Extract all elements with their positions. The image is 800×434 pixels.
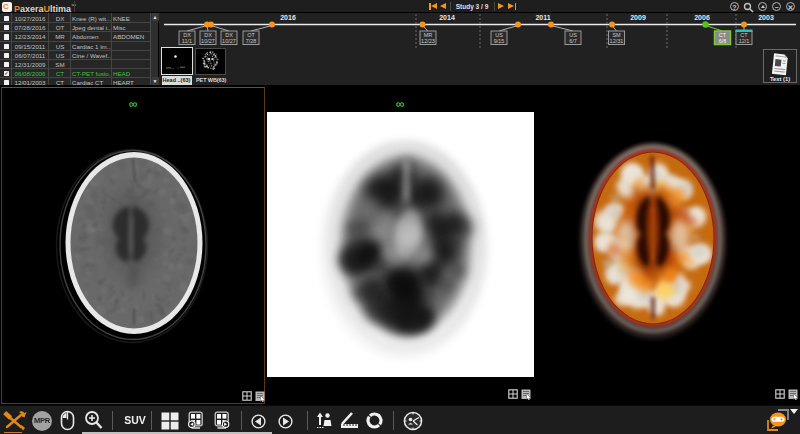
svg-text:9/15: 9/15 xyxy=(494,38,505,44)
svg-text:2006: 2006 xyxy=(694,14,710,21)
svg-text:12/31: 12/31 xyxy=(610,38,624,44)
svg-text:12/1: 12/1 xyxy=(739,38,750,44)
svg-text:2003: 2003 xyxy=(758,14,774,21)
svg-text:2011: 2011 xyxy=(535,14,550,21)
svg-text:11/1: 11/1 xyxy=(182,38,192,44)
svg-text:US: US xyxy=(495,32,503,38)
svg-text:6/7: 6/7 xyxy=(569,38,577,44)
svg-text:6/8: 6/8 xyxy=(719,38,727,44)
svg-text:CT: CT xyxy=(740,32,748,38)
svg-text:7/28: 7/28 xyxy=(246,38,257,44)
svg-text:MR: MR xyxy=(424,32,433,38)
svg-text:10/27: 10/27 xyxy=(222,38,236,44)
svg-text:2014: 2014 xyxy=(439,14,455,21)
svg-text:DX: DX xyxy=(183,32,191,38)
svg-text:2009: 2009 xyxy=(630,14,646,21)
svg-text:US: US xyxy=(569,32,577,38)
svg-text:2016: 2016 xyxy=(280,14,296,21)
svg-text:DX: DX xyxy=(204,32,212,38)
svg-text:OT: OT xyxy=(247,32,255,38)
svg-text:CT: CT xyxy=(719,32,727,38)
svg-text:DX: DX xyxy=(225,32,233,38)
svg-text:SM: SM xyxy=(612,32,621,38)
svg-text:12/23: 12/23 xyxy=(421,38,435,44)
svg-text:10/27: 10/27 xyxy=(201,38,215,44)
